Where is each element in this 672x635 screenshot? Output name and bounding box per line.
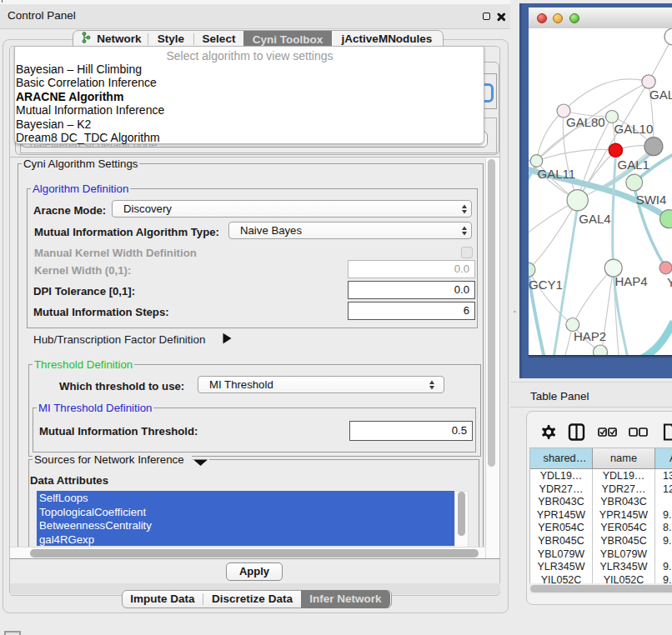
svg-text:HAP2: HAP2 xyxy=(574,329,606,343)
svg-text:GAL1: GAL1 xyxy=(618,158,649,172)
svg-text:GCY1: GCY1 xyxy=(529,278,563,292)
svg-text:Y: Y xyxy=(667,275,672,289)
svg-text:HAP4: HAP4 xyxy=(615,274,648,288)
svg-text:GAL80: GAL80 xyxy=(566,115,605,129)
svg-text:SWI4: SWI4 xyxy=(636,192,667,207)
svg-text:GAL7: GAL7 xyxy=(649,88,672,102)
svg-text:GAL10: GAL10 xyxy=(614,122,654,136)
svg-text:GAL4: GAL4 xyxy=(579,212,610,226)
svg-text:GAL11: GAL11 xyxy=(538,167,576,181)
